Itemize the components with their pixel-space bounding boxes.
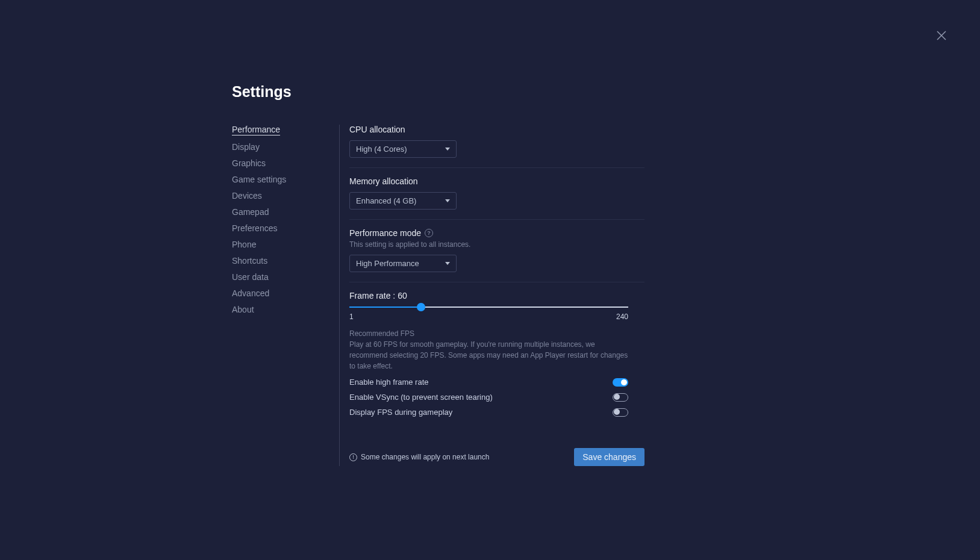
- sidebar-item-graphics[interactable]: Graphics: [232, 158, 266, 168]
- footer-note-text: Some changes will apply on next launch: [361, 453, 489, 461]
- performance-mode-value: High Performance: [356, 259, 419, 268]
- save-changes-button[interactable]: Save changes: [574, 448, 644, 466]
- performance-mode-sublabel: This setting is applied to all instances…: [349, 240, 644, 249]
- vsync-label: Enable VSync (to prevent screen tearing): [349, 393, 493, 402]
- sidebar: Performance Display Graphics Game settin…: [232, 125, 339, 466]
- chevron-down-icon: [445, 262, 450, 265]
- frame-rate-label: Frame rate : 60: [349, 291, 644, 300]
- sidebar-item-advanced[interactable]: Advanced: [232, 288, 269, 298]
- sidebar-item-user-data[interactable]: User data: [232, 272, 269, 282]
- cpu-allocation-value: High (4 Cores): [356, 145, 407, 154]
- memory-allocation-select[interactable]: Enhanced (4 GB): [349, 192, 457, 210]
- info-icon: !: [349, 453, 357, 461]
- frame-rate-slider[interactable]: [349, 306, 628, 308]
- content-panel: CPU allocation High (4 Cores) Memory all…: [339, 125, 644, 466]
- sidebar-item-display[interactable]: Display: [232, 142, 260, 152]
- performance-mode-select[interactable]: High Performance: [349, 255, 457, 272]
- display-fps-label: Display FPS during gameplay: [349, 408, 452, 417]
- high-frame-rate-label: Enable high frame rate: [349, 378, 429, 387]
- sidebar-item-game-settings[interactable]: Game settings: [232, 175, 286, 184]
- cpu-allocation-label: CPU allocation: [349, 125, 644, 134]
- page-title: Settings: [232, 83, 644, 101]
- recommended-fps-title: Recommended FPS: [349, 329, 644, 338]
- memory-allocation-value: Enhanced (4 GB): [356, 196, 416, 205]
- recommended-fps-body: Play at 60 FPS for smooth gameplay. If y…: [349, 339, 628, 372]
- frame-rate-slider-fill: [349, 306, 421, 308]
- cpu-allocation-select[interactable]: High (4 Cores): [349, 140, 457, 158]
- sidebar-item-devices[interactable]: Devices: [232, 191, 262, 201]
- frame-rate-slider-thumb[interactable]: [417, 303, 425, 311]
- frame-rate-min: 1: [349, 313, 354, 321]
- help-icon[interactable]: ?: [425, 229, 433, 237]
- sidebar-item-gamepad[interactable]: Gamepad: [232, 207, 269, 217]
- memory-allocation-label: Memory allocation: [349, 176, 644, 186]
- display-fps-toggle[interactable]: [613, 408, 628, 417]
- sidebar-item-phone[interactable]: Phone: [232, 240, 256, 249]
- sidebar-item-shortcuts[interactable]: Shortcuts: [232, 256, 267, 266]
- sidebar-item-performance[interactable]: Performance: [232, 125, 280, 135]
- chevron-down-icon: [445, 148, 450, 151]
- performance-mode-label: Performance mode ?: [349, 228, 644, 238]
- footer-note: ! Some changes will apply on next launch: [349, 453, 489, 461]
- high-frame-rate-toggle[interactable]: [613, 378, 628, 387]
- sidebar-item-preferences[interactable]: Preferences: [232, 223, 277, 233]
- close-button[interactable]: [936, 30, 947, 41]
- frame-rate-max: 240: [616, 313, 628, 321]
- chevron-down-icon: [445, 199, 450, 202]
- vsync-toggle[interactable]: [613, 393, 628, 402]
- sidebar-item-about[interactable]: About: [232, 305, 254, 314]
- performance-mode-label-text: Performance mode: [349, 228, 421, 238]
